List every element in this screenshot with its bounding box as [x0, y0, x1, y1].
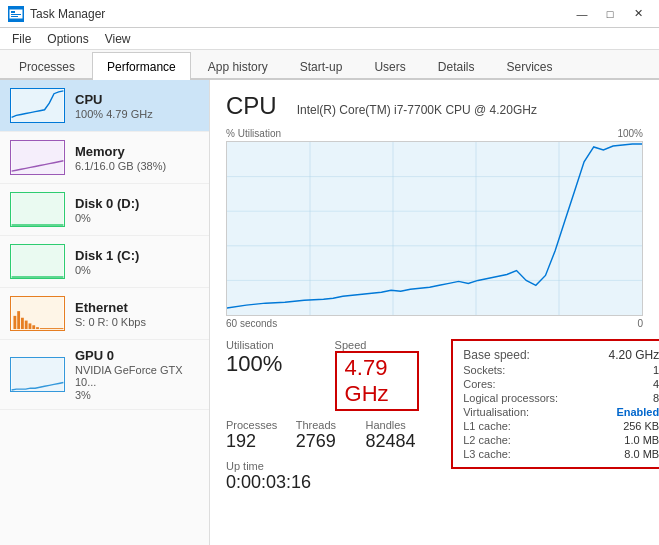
disk1-thumbnail [10, 244, 65, 279]
gpu-info: GPU 0 NVIDIA GeForce GTX 10... 3% [75, 348, 199, 401]
l2-row: L2 cache: 1.0 MB [463, 433, 659, 447]
svg-rect-9 [13, 316, 16, 329]
gpu-title: GPU 0 [75, 348, 199, 363]
svg-rect-6 [12, 193, 64, 226]
disk0-subtitle: 0% [75, 212, 199, 224]
sidebar-item-disk1[interactable]: Disk 1 (C:) 0% [0, 236, 209, 288]
gpu-thumbnail [10, 357, 65, 392]
uptime-value: 0:00:03:16 [226, 472, 419, 493]
svg-rect-11 [21, 318, 24, 329]
speed-value: 4.79 GHz [335, 351, 420, 411]
sidebar-item-gpu[interactable]: GPU 0 NVIDIA GeForce GTX 10... 3% [0, 340, 209, 410]
graph-label: % Utilisation [226, 128, 281, 139]
sockets-value: 1 [653, 364, 659, 376]
disk0-info: Disk 0 (D:) 0% [75, 196, 199, 224]
sockets-label: Sockets: [463, 364, 505, 376]
svg-rect-2 [11, 14, 21, 15]
sidebar-item-memory[interactable]: Memory 6.1/16.0 GB (38%) [0, 132, 209, 184]
disk1-subtitle: 0% [75, 264, 199, 276]
logical-value: 8 [653, 392, 659, 404]
menu-view[interactable]: View [97, 30, 139, 48]
pth-row: Processes 192 Threads 2769 Handles 82484 [226, 419, 419, 452]
cores-row: Cores: 4 [463, 377, 659, 391]
l1-row: L1 cache: 256 KB [463, 419, 659, 433]
graph-labels-top: % Utilisation 100% [226, 128, 643, 139]
tab-app-history[interactable]: App history [193, 52, 283, 80]
memory-info: Memory 6.1/16.0 GB (38%) [75, 144, 199, 172]
l2-value: 1.0 MB [624, 434, 659, 446]
disk0-title: Disk 0 (D:) [75, 196, 199, 211]
svg-rect-12 [25, 321, 28, 329]
close-button[interactable]: ✕ [625, 4, 651, 24]
content-area: CPU Intel(R) Core(TM) i7-7700K CPU @ 4.2… [210, 80, 659, 545]
utilisation-group: Utilisation 100% [226, 339, 311, 411]
svg-rect-18 [227, 142, 642, 315]
processes-group: Processes 192 [226, 419, 280, 452]
util-value: 100% [226, 351, 311, 377]
main-content: CPU 100% 4.79 GHz Memory 6.1/16.0 GB (38… [0, 80, 659, 545]
memory-title: Memory [75, 144, 199, 159]
base-speed-value: 4.20 GHz [609, 348, 659, 362]
l3-label: L3 cache: [463, 448, 511, 460]
cpu-info: CPU 100% 4.79 GHz [75, 92, 199, 120]
base-speed-label: Base speed: [463, 348, 530, 362]
uptime-label: Up time [226, 460, 419, 472]
l1-label: L1 cache: [463, 420, 511, 432]
ethernet-info: Ethernet S: 0 R: 0 Kbps [75, 300, 199, 328]
sidebar: CPU 100% 4.79 GHz Memory 6.1/16.0 GB (38… [0, 80, 210, 545]
menu-bar: File Options View [0, 28, 659, 50]
ethernet-thumbnail [10, 296, 65, 331]
util-speed-row: Utilisation 100% Speed 4.79 GHz [226, 339, 419, 411]
menu-options[interactable]: Options [39, 30, 96, 48]
svg-rect-16 [40, 328, 64, 329]
sidebar-item-ethernet[interactable]: Ethernet S: 0 R: 0 Kbps [0, 288, 209, 340]
l2-label: L2 cache: [463, 434, 511, 446]
graph-time-label: 60 seconds [226, 318, 277, 329]
memory-thumbnail [10, 140, 65, 175]
logical-row: Logical processors: 8 [463, 391, 659, 405]
speed-label: Speed [335, 339, 420, 351]
disk0-thumbnail [10, 192, 65, 227]
svg-rect-7 [12, 245, 64, 278]
virtualisation-value: Enabled [616, 406, 659, 418]
handles-label: Handles [365, 419, 419, 431]
base-speed-row: Base speed: 4.20 GHz [463, 347, 659, 363]
stats-left: Utilisation 100% Speed 4.79 GHz Processe… [226, 339, 419, 493]
minimize-button[interactable]: — [569, 4, 595, 24]
svg-rect-17 [12, 358, 64, 391]
logical-label: Logical processors: [463, 392, 558, 404]
cores-value: 4 [653, 378, 659, 390]
sidebar-item-cpu[interactable]: CPU 100% 4.79 GHz [0, 80, 209, 132]
svg-rect-3 [11, 16, 18, 17]
uptime-section: Up time 0:00:03:16 [226, 460, 419, 493]
gpu-subtitle: NVIDIA GeForce GTX 10... [75, 364, 199, 388]
svg-rect-13 [29, 323, 32, 329]
tab-services[interactable]: Services [491, 52, 567, 80]
svg-rect-15 [36, 327, 39, 329]
stats-and-right: Utilisation 100% Speed 4.79 GHz Processe… [226, 339, 643, 493]
handles-value: 82484 [365, 431, 419, 452]
menu-file[interactable]: File [4, 30, 39, 48]
app-title: Task Manager [30, 7, 105, 21]
tab-details[interactable]: Details [423, 52, 490, 80]
svg-rect-1 [11, 11, 15, 13]
tab-performance[interactable]: Performance [92, 52, 191, 80]
right-panel: Base speed: 4.20 GHz Sockets: 1 Cores: 4… [451, 339, 659, 469]
tab-startup[interactable]: Start-up [285, 52, 358, 80]
graph-container: % Utilisation 100% [226, 128, 643, 329]
cpu-model: Intel(R) Core(TM) i7-7700K CPU @ 4.20GHz [297, 103, 537, 117]
tab-users[interactable]: Users [359, 52, 420, 80]
tab-processes[interactable]: Processes [4, 52, 90, 80]
sockets-row: Sockets: 1 [463, 363, 659, 377]
processes-label: Processes [226, 419, 280, 431]
memory-subtitle: 6.1/16.0 GB (38%) [75, 160, 199, 172]
cpu-header: CPU Intel(R) Core(TM) i7-7700K CPU @ 4.2… [226, 92, 643, 120]
ethernet-subtitle: S: 0 R: 0 Kbps [75, 316, 199, 328]
threads-group: Threads 2769 [296, 419, 350, 452]
maximize-button[interactable]: □ [597, 4, 623, 24]
title-bar: Task Manager — □ ✕ [0, 0, 659, 28]
tab-bar: Processes Performance App history Start-… [0, 50, 659, 80]
sidebar-item-disk0[interactable]: Disk 0 (D:) 0% [0, 184, 209, 236]
virtualisation-label: Virtualisation: [463, 406, 529, 418]
cpu-thumbnail [10, 88, 65, 123]
